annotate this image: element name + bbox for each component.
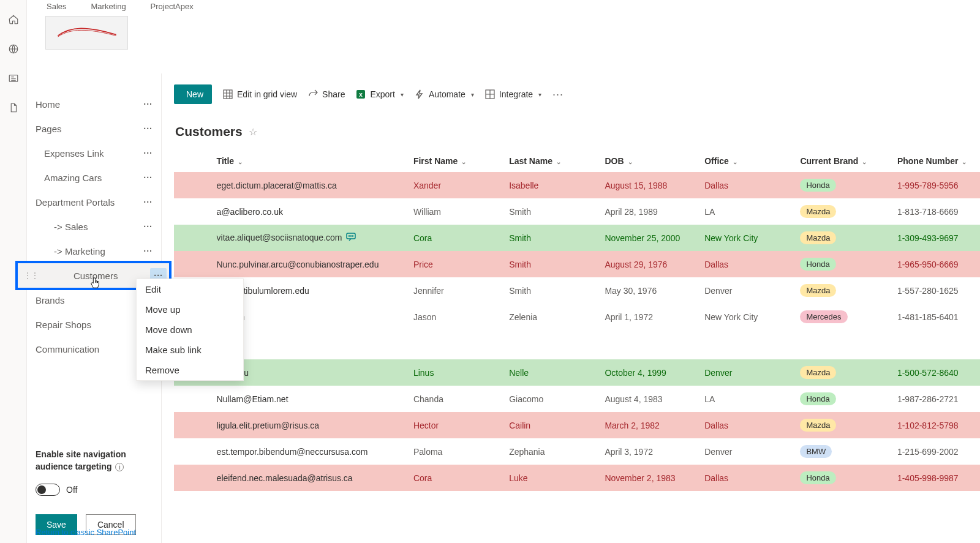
nav-item-more[interactable]: ··· xyxy=(143,99,153,109)
table-row[interactable]: a@aclibero.co.ukWilliamSmithApril 28, 19… xyxy=(174,198,980,225)
file-icon[interactable] xyxy=(5,99,22,116)
table-row[interactable]: e@vestibulumlorem.eduJenniferSmithMay 30… xyxy=(174,277,980,304)
cell-first: Cora xyxy=(409,465,504,491)
cell-title[interactable]: vitae.aliquet@sociisnatoque.com xyxy=(212,225,409,251)
menu-item-move-down[interactable]: Move down xyxy=(137,320,243,340)
cell-dob: April 28, 1989 xyxy=(600,198,699,225)
nav-item-label: -> Sales xyxy=(36,222,88,232)
column-header[interactable]: Last Name⌄ xyxy=(504,150,600,172)
cell-title[interactable]: Nullam@Etiam.net xyxy=(212,386,409,412)
row-selector[interactable] xyxy=(174,172,212,198)
globe-icon[interactable] xyxy=(5,40,22,58)
nav-item-department-portals[interactable]: Department Portals··· xyxy=(27,190,161,214)
row-selector[interactable] xyxy=(174,225,212,251)
cell-first: Jason xyxy=(409,304,504,330)
share-button[interactable]: Share xyxy=(308,89,345,99)
automate-button[interactable]: Automate ▾ xyxy=(415,89,474,99)
column-header[interactable]: Phone Number⌄ xyxy=(892,150,980,172)
cell-title[interactable]: Nunc.pulvinar.arcu@conubianostraper.edu xyxy=(212,251,409,277)
row-selector[interactable] xyxy=(174,386,212,412)
toolbar-overflow[interactable]: ··· xyxy=(552,88,564,101)
chevron-down-icon: ▾ xyxy=(471,91,474,98)
column-header[interactable]: DOB⌄ xyxy=(600,150,699,172)
favorite-star-icon[interactable]: ☆ xyxy=(249,126,257,138)
table-row[interactable]: Nullam@Etiam.netChandaGiacomoAugust 4, 1… xyxy=(174,386,980,412)
nav-item-more[interactable]: ··· xyxy=(143,148,153,158)
row-selector[interactable] xyxy=(174,251,212,277)
table-row[interactable] xyxy=(174,330,980,359)
column-header[interactable]: First Name⌄ xyxy=(409,150,504,172)
drag-handle-icon[interactable]: ⋮⋮ xyxy=(24,271,39,280)
cell-phone: 1-102-812-5798 xyxy=(892,412,980,438)
nav-item-pages[interactable]: Pages··· xyxy=(27,116,161,141)
table-row[interactable]: on.comJasonZeleniaApril 1, 1972New York … xyxy=(174,304,980,330)
row-selector[interactable] xyxy=(174,465,212,491)
cell-title[interactable]: ligula.elit.pretium@risus.ca xyxy=(212,412,409,438)
svg-point-7 xyxy=(349,236,349,236)
cell-phone: 1-813-718-6669 xyxy=(892,198,980,225)
menu-item-remove[interactable]: Remove xyxy=(137,360,243,380)
chevron-down-icon[interactable]: ⌄ xyxy=(862,159,867,165)
nav-item--sales[interactable]: -> Sales··· xyxy=(27,214,161,239)
comment-icon[interactable] xyxy=(346,233,356,243)
cell-dob: November 2, 1983 xyxy=(600,465,699,491)
column-header[interactable]: Office⌄ xyxy=(699,150,795,172)
nav-item--marketing[interactable]: -> Marketing··· xyxy=(27,239,161,263)
cell-title[interactable]: est.tempor.bibendum@neccursusa.com xyxy=(212,438,409,465)
info-icon[interactable]: i xyxy=(115,463,124,471)
chevron-down-icon[interactable]: ⌄ xyxy=(556,159,561,165)
menu-item-make-sub-link[interactable]: Make sub link xyxy=(137,340,243,360)
select-all-column[interactable] xyxy=(174,150,212,172)
chevron-down-icon[interactable]: ⌄ xyxy=(628,159,633,165)
row-selector[interactable] xyxy=(174,438,212,465)
site-logo[interactable] xyxy=(45,16,128,50)
chevron-down-icon[interactable]: ⌄ xyxy=(733,159,737,165)
news-icon[interactable] xyxy=(5,70,22,87)
brand-chip: Mazda xyxy=(800,419,836,432)
table-row[interactable]: eget.dictum.placerat@mattis.caXanderIsab… xyxy=(174,172,980,198)
integrate-button[interactable]: Integrate ▾ xyxy=(485,89,541,99)
hub-tab[interactable]: Marketing xyxy=(91,2,126,11)
nav-item-home[interactable]: Home··· xyxy=(27,92,161,116)
audience-toggle[interactable] xyxy=(36,484,60,496)
nav-item-expenses-link[interactable]: Expenses Link··· xyxy=(27,141,161,165)
table-row[interactable]: @in.eduLinusNelleOctober 4, 1999DenverMa… xyxy=(174,359,980,386)
nav-item-more[interactable]: ··· xyxy=(143,246,153,256)
nav-item-more[interactable]: ··· xyxy=(143,222,153,231)
row-selector[interactable] xyxy=(174,198,212,225)
cell-last: Isabelle xyxy=(504,172,600,198)
cell-title[interactable]: eget.dictum.placerat@mattis.ca xyxy=(212,172,409,198)
menu-item-move-up[interactable]: Move up xyxy=(137,299,243,320)
cell-last: Luke xyxy=(504,465,600,491)
export-button[interactable]: x Export ▾ xyxy=(356,89,403,99)
nav-item-more[interactable]: ··· xyxy=(143,197,153,207)
cell-brand: BMW xyxy=(795,438,892,465)
row-selector[interactable] xyxy=(174,412,212,438)
hub-tab[interactable]: ProjectApex xyxy=(151,2,194,11)
cell-phone: 1-995-789-5956 xyxy=(892,172,980,198)
home-icon[interactable] xyxy=(5,11,22,28)
table-row[interactable]: ligula.elit.pretium@risus.caHectorCailin… xyxy=(174,412,980,438)
nav-item-more[interactable]: ··· xyxy=(143,124,153,133)
table-row[interactable]: eleifend.nec.malesuada@atrisus.caCoraLuk… xyxy=(174,465,980,491)
hub-tab[interactable]: Sales xyxy=(47,2,67,11)
nav-item-more[interactable]: ··· xyxy=(143,173,153,182)
chevron-down-icon[interactable]: ⌄ xyxy=(962,159,967,165)
column-header[interactable]: Title⌄ xyxy=(212,150,409,172)
cell-last: Smith xyxy=(504,277,600,304)
column-header[interactable]: Current Brand⌄ xyxy=(795,150,892,172)
chevron-down-icon[interactable]: ⌄ xyxy=(461,159,466,165)
chevron-down-icon[interactable]: ⌄ xyxy=(238,159,243,165)
table-row[interactable]: est.tempor.bibendum@neccursusa.comPaloma… xyxy=(174,438,980,465)
cell-title[interactable]: a@aclibero.co.uk xyxy=(212,198,409,225)
menu-item-edit[interactable]: Edit xyxy=(137,279,243,299)
nav-item-amazing-cars[interactable]: Amazing Cars··· xyxy=(27,165,161,190)
nav-item-label: Communication xyxy=(36,344,99,354)
table-row[interactable]: Nunc.pulvinar.arcu@conubianostraper.eduP… xyxy=(174,251,980,277)
table-row[interactable]: vitae.aliquet@sociisnatoque.comCoraSmith… xyxy=(174,225,980,251)
new-button[interactable]: New xyxy=(174,84,212,104)
edit-grid-button[interactable]: Edit in grid view xyxy=(223,89,297,99)
cell-title[interactable]: eleifend.nec.malesuada@atrisus.ca xyxy=(212,465,409,491)
column-label: Current Brand xyxy=(800,156,858,166)
return-classic-link[interactable]: Return to classic SharePoint xyxy=(36,528,136,537)
